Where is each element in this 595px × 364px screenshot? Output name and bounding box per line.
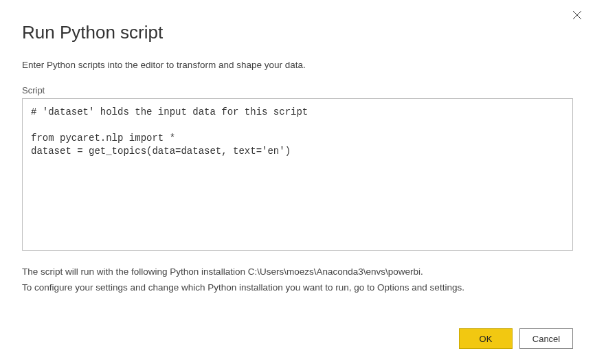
close-button[interactable] (569, 7, 585, 23)
ok-button[interactable]: OK (459, 328, 513, 349)
cancel-button[interactable]: Cancel (519, 328, 573, 349)
script-input[interactable] (22, 98, 573, 251)
dialog-button-row: OK Cancel (459, 328, 573, 349)
dialog-title: Run Python script (22, 22, 573, 43)
python-script-dialog: Run Python script Enter Python scripts i… (0, 0, 595, 364)
dialog-subtitle: Enter Python scripts into the editor to … (22, 60, 573, 70)
close-icon (572, 10, 582, 20)
python-config-info: To configure your settings and change wh… (22, 280, 573, 296)
info-block: The script will run with the following P… (22, 264, 573, 296)
python-install-path-info: The script will run with the following P… (22, 264, 573, 280)
script-field-label: Script (22, 85, 573, 95)
